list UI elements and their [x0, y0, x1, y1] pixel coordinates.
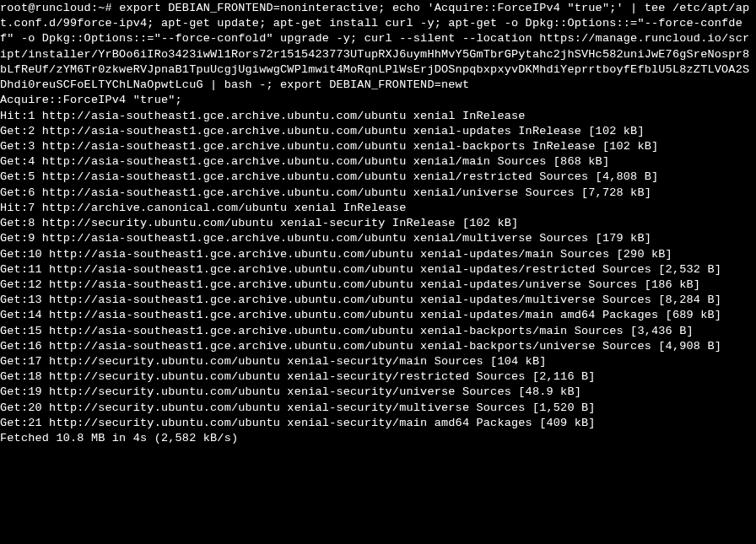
shell-prompt: root@runcloud:~# — [0, 2, 119, 14]
output-line: Get:8 http://security.ubuntu.com/ubuntu … — [0, 216, 756, 231]
command-text: export DEBIAN_FRONTEND=noninteractive; e… — [0, 2, 749, 91]
output-line: Get:2 http://asia-southeast1.gce.archive… — [0, 124, 756, 139]
output-line: Get:16 http://asia-southeast1.gce.archiv… — [0, 339, 756, 354]
output-line: Get:17 http://security.ubuntu.com/ubuntu… — [0, 354, 756, 369]
output-line: Get:3 http://asia-southeast1.gce.archive… — [0, 139, 756, 154]
output-line: Get:20 http://security.ubuntu.com/ubuntu… — [0, 401, 756, 416]
output-line: Get:11 http://asia-southeast1.gce.archiv… — [0, 262, 756, 277]
output-line: Get:21 http://security.ubuntu.com/ubuntu… — [0, 416, 756, 431]
output-line: Get:6 http://asia-southeast1.gce.archive… — [0, 186, 756, 201]
output-line: Get:19 http://security.ubuntu.com/ubuntu… — [0, 385, 756, 400]
output-line: Get:14 http://asia-southeast1.gce.archiv… — [0, 308, 756, 323]
output-line: Get:10 http://asia-southeast1.gce.archiv… — [0, 247, 756, 262]
output-line: Get:9 http://asia-southeast1.gce.archive… — [0, 231, 756, 246]
output-line: Get:4 http://asia-southeast1.gce.archive… — [0, 154, 756, 170]
terminal-window[interactable]: root@runcloud:~# export DEBIAN_FRONTEND=… — [0, 1, 756, 446]
output-line: Get:15 http://asia-southeast1.gce.archiv… — [0, 324, 756, 339]
output-line: Get:5 http://asia-southeast1.gce.archive… — [0, 170, 756, 185]
output-line: Get:12 http://asia-southeast1.gce.archiv… — [0, 277, 756, 293]
output-line: Hit:7 http://archive.canonical.com/ubunt… — [0, 201, 756, 216]
output-line: Get:18 http://security.ubuntu.com/ubuntu… — [0, 369, 756, 385]
output-block: Acquire::ForceIPv4 "true";Hit:1 http://a… — [0, 93, 756, 446]
output-line: Fetched 10.8 MB in 4s (2,582 kB/s) — [0, 431, 756, 446]
output-line: Hit:1 http://asia-southeast1.gce.archive… — [0, 109, 756, 124]
output-line: Get:13 http://asia-southeast1.gce.archiv… — [0, 293, 756, 308]
command-line: root@runcloud:~# export DEBIAN_FRONTEND=… — [0, 1, 756, 93]
output-line: Acquire::ForceIPv4 "true"; — [0, 93, 756, 108]
